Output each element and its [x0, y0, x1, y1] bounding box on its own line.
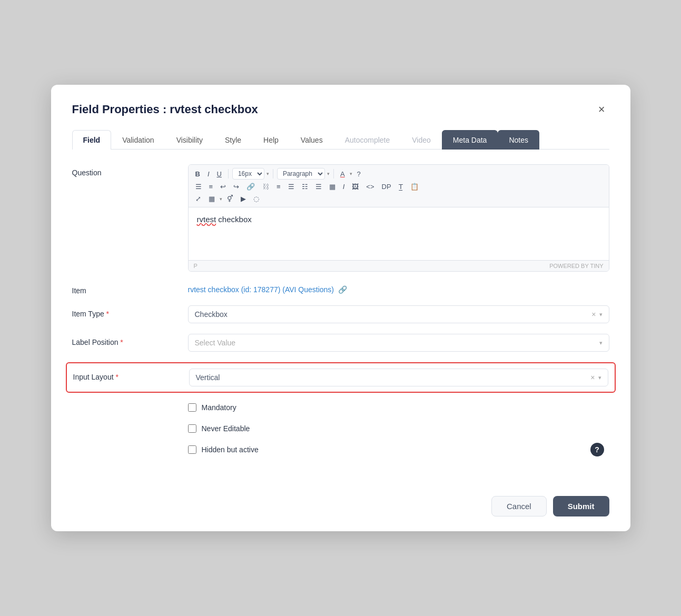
tab-metadata[interactable]: Meta Data [442, 130, 498, 150]
input-layout-required: * [115, 373, 118, 381]
align-center-button[interactable]: ☰ [285, 182, 297, 192]
unlink-button[interactable]: ⛓ [260, 182, 272, 192]
item-link-icon[interactable]: 🔗 [338, 285, 347, 294]
editor-footer-p: P [194, 263, 198, 269]
gender-button[interactable]: ⚥ [224, 194, 236, 204]
item-label: Item [72, 282, 188, 295]
cancel-button[interactable]: Cancel [491, 496, 547, 516]
font-color-button[interactable]: A [338, 169, 348, 179]
bold-button[interactable]: B [193, 169, 203, 179]
item-type-select-container: Checkbox × ▾ [188, 305, 609, 323]
editor-content-area[interactable]: rvtest checkbox [189, 207, 609, 260]
item-value: rvtest checkbox (id: 178277) (AVI Questi… [188, 282, 609, 294]
ordered-list-button[interactable]: ≡ [206, 182, 216, 192]
tab-video: Video [401, 130, 442, 150]
label-position-select[interactable]: Select Value ▾ [188, 334, 609, 352]
editor-text-squiggly: rvtest [197, 215, 216, 224]
question-row: Question B I U 16px ▾ [72, 164, 609, 272]
toolbar-sep-2 [273, 169, 273, 178]
fullscreen-button[interactable]: ⤢ [193, 194, 204, 204]
label-position-required: * [120, 338, 123, 346]
code-button[interactable]: <> [363, 182, 377, 192]
paragraph-select[interactable]: Paragraph [277, 168, 325, 180]
never-editable-row: Never Editable [72, 424, 609, 433]
item-type-row: Item Type * Checkbox × ▾ [72, 305, 609, 323]
label-position-placeholder: Select Value [195, 339, 599, 347]
undo-button[interactable]: ↩ [218, 182, 229, 192]
editor-text-checkbox: checkbox [218, 215, 251, 224]
toolbar-sep-3 [333, 169, 334, 178]
hidden-active-label[interactable]: Hidden but active [202, 445, 259, 454]
question-label: Question [72, 164, 188, 177]
input-layout-value: Vertical [196, 373, 591, 382]
tab-visibility[interactable]: Visibility [165, 130, 214, 150]
input-layout-select[interactable]: Vertical × ▾ [189, 369, 608, 386]
label-position-arrow: ▾ [599, 340, 603, 346]
dp-button[interactable]: DP [379, 182, 394, 192]
hidden-active-help-button[interactable]: ? [590, 443, 604, 456]
item-link[interactable]: rvtest checkbox (id: 178277) (AVI Questi… [188, 282, 347, 294]
input-layout-arrow: ▾ [598, 374, 601, 381]
input-layout-actions: × ▾ [590, 373, 601, 382]
editor-footer-tiny: POWERED BY TINY [549, 263, 603, 269]
help-circle-button[interactable]: ? [354, 169, 363, 179]
input-layout-clear[interactable]: × [590, 373, 595, 382]
item-type-select[interactable]: Checkbox × ▾ [188, 305, 609, 323]
editor-footer: P POWERED BY TINY [189, 260, 609, 271]
mandatory-checkbox[interactable] [188, 403, 196, 412]
input-layout-select-container: Vertical × ▾ [189, 369, 608, 386]
image-button[interactable]: 🖼 [349, 182, 361, 192]
dialog-header: Field Properties : rvtest checkbox × [72, 102, 609, 117]
submit-button[interactable]: Submit [553, 496, 609, 516]
never-editable-label[interactable]: Never Editable [202, 424, 250, 433]
item-type-label: Item Type * [72, 305, 188, 318]
tab-autocomplete: Autocomplete [334, 130, 401, 150]
textbox-button[interactable]: T̲ [396, 182, 406, 192]
label-position-label: Label Position * [72, 334, 188, 346]
field-properties-dialog: Field Properties : rvtest checkbox × Fie… [51, 85, 630, 531]
item-link-text: rvtest checkbox (id: 178277) (AVI Questi… [188, 285, 334, 294]
mandatory-row: Mandatory [72, 403, 609, 412]
hidden-active-checkbox[interactable] [188, 445, 196, 454]
toolbar-row-3: ⤢ ▦ ▾ ⚥ ▶ ◌ [193, 194, 605, 204]
redo-button[interactable]: ↪ [231, 182, 242, 192]
label-position-row: Label Position * Select Value ▾ [72, 334, 609, 352]
align-right-button[interactable]: ☷ [299, 182, 311, 192]
dialog-title: Field Properties : rvtest checkbox [72, 103, 258, 116]
toolbar-sep-1 [228, 169, 229, 178]
align-left-button[interactable]: ≡ [274, 182, 283, 192]
paragraph-chevron: ▾ [327, 171, 330, 176]
tab-help[interactable]: Help [252, 130, 290, 150]
tab-field[interactable]: Field [72, 130, 112, 150]
table-button[interactable]: ▦ [206, 194, 218, 204]
tab-values[interactable]: Values [290, 130, 334, 150]
table-icon-button[interactable]: ▦ [327, 182, 338, 192]
tab-style[interactable]: Style [214, 130, 252, 150]
item-type-value: Checkbox [195, 310, 592, 319]
table-chevron: ▾ [220, 196, 222, 202]
input-layout-label: Input Layout * [73, 369, 189, 381]
unordered-list-button[interactable]: ☰ [193, 182, 204, 192]
never-editable-checkbox[interactable] [188, 424, 196, 433]
font-size-select[interactable]: 16px [232, 168, 264, 180]
align-justify-button[interactable]: ☰ [313, 182, 324, 192]
item-type-clear[interactable]: × [591, 310, 596, 319]
play-button[interactable]: ▶ [238, 194, 249, 204]
toolbar-row-2: ☰ ≡ ↩ ↪ 🔗 ⛓ ≡ ☰ ☷ ☰ ▦ I 🖼 [193, 182, 605, 192]
close-button[interactable]: × [594, 102, 609, 117]
italic2-button[interactable]: I [340, 182, 348, 192]
eraser-button[interactable]: ◌ [251, 194, 262, 204]
tab-notes[interactable]: Notes [498, 130, 539, 150]
clipboard-button[interactable]: 📋 [408, 182, 421, 192]
hidden-active-row: Hidden but active ? [72, 445, 609, 454]
item-type-actions: × ▾ [591, 310, 602, 319]
italic-button[interactable]: I [205, 169, 212, 179]
tab-validation[interactable]: Validation [111, 130, 165, 150]
font-size-chevron: ▾ [267, 171, 269, 176]
underline-button[interactable]: U [214, 169, 224, 179]
link-button[interactable]: 🔗 [244, 182, 258, 192]
label-position-actions: ▾ [599, 340, 603, 346]
editor-container: B I U 16px ▾ Paragraph [188, 164, 609, 272]
dialog-footer: Cancel Submit [72, 488, 609, 516]
mandatory-label[interactable]: Mandatory [202, 403, 236, 412]
